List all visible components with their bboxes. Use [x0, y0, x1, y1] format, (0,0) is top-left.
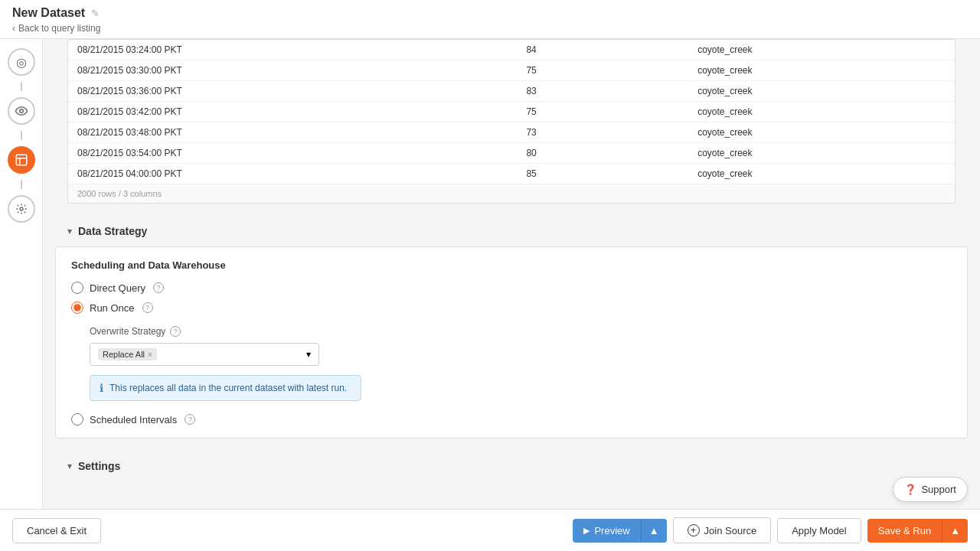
run-once-option: Run Once ?	[71, 302, 952, 314]
table-cell-col4: coyote_creek	[688, 81, 955, 102]
support-button[interactable]: ❓ Support	[893, 477, 968, 502]
apply-model-button[interactable]: Apply Model	[777, 518, 861, 543]
table-cell-col2: 85	[517, 164, 621, 184]
settings-header[interactable]: ▾ Settings	[55, 451, 968, 481]
svg-rect-1	[16, 155, 27, 165]
table-cell-col2: 80	[517, 143, 621, 164]
table-row: 08/21/2015 04:00:00 PKT85coyote_creek	[68, 164, 955, 184]
scheduling-options: Direct Query ? Run Once ?	[71, 282, 952, 314]
main-layout: ◎ 08/21/2015 03:24:00 PKT84coyote_creek0…	[0, 39, 980, 509]
table-cell-col2: 83	[517, 81, 621, 102]
select-chevron-icon: ▾	[306, 349, 311, 360]
table-row: 08/21/2015 03:30:00 PKT75coyote_creek	[68, 60, 955, 81]
table-container: 08/21/2015 03:24:00 PKT84coyote_creek08/…	[55, 39, 968, 204]
back-link[interactable]: ‹ Back to query listing	[12, 23, 968, 34]
table-cell-col1: 08/21/2015 04:00:00 PKT	[68, 164, 517, 184]
preview-chevron-up-icon: ▲	[649, 525, 659, 536]
save-run-dropdown-button[interactable]: ▲	[942, 519, 968, 543]
save-run-button[interactable]: Save & Run	[867, 519, 942, 543]
support-icon: ❓	[904, 484, 916, 495]
scheduled-intervals-label: Scheduled Intervals	[90, 414, 177, 425]
table-cell-col1: 08/21/2015 03:42:00 PKT	[68, 102, 517, 122]
scheduled-intervals-help-icon[interactable]: ?	[185, 414, 195, 425]
table-row: 08/21/2015 03:36:00 PKT83coyote_creek	[68, 81, 955, 102]
table-cell-col2: 73	[517, 122, 621, 143]
sidebar-icon-2[interactable]	[8, 97, 35, 125]
data-table: 08/21/2015 03:24:00 PKT84coyote_creek08/…	[68, 40, 955, 184]
sidebar-connector-3	[21, 180, 22, 189]
save-run-chevron-up-icon: ▲	[950, 525, 960, 536]
sidebar: ◎	[0, 39, 43, 509]
table-cell-col3	[622, 81, 689, 102]
join-source-button[interactable]: + Join Source	[673, 517, 772, 543]
data-strategy-card: Scheduling and Data Warehouse Direct Que…	[55, 246, 968, 439]
table-cell-col1: 08/21/2015 03:48:00 PKT	[68, 122, 517, 143]
table-cell-col2: 84	[517, 40, 621, 60]
table-cell-col1: 08/21/2015 03:30:00 PKT	[68, 60, 517, 81]
direct-query-help-icon[interactable]: ?	[153, 282, 164, 293]
save-run-button-group: Save & Run ▲	[867, 519, 968, 543]
header: New Dataset ✎ ‹ Back to query listing	[0, 0, 980, 39]
table-cell-col3	[622, 60, 689, 81]
run-once-help-icon[interactable]: ?	[142, 302, 153, 313]
table-cell-col1: 08/21/2015 03:24:00 PKT	[68, 40, 517, 60]
table-row: 08/21/2015 03:42:00 PKT75coyote_creek	[68, 102, 955, 122]
direct-query-radio[interactable]	[71, 282, 83, 294]
data-strategy-title: Data Strategy	[78, 225, 147, 237]
settings-chevron-icon: ▾	[67, 461, 72, 471]
table-cell-col4: coyote_creek	[688, 164, 955, 184]
direct-query-option: Direct Query ?	[71, 282, 952, 294]
edit-icon[interactable]: ✎	[91, 8, 100, 19]
scheduling-title: Scheduling and Data Warehouse	[71, 259, 952, 271]
table-footer: 2000 rows / 3 columns	[68, 184, 955, 203]
preview-button[interactable]: ▶ Preview	[573, 519, 640, 543]
play-icon: ▶	[583, 526, 590, 536]
direct-query-label: Direct Query	[90, 282, 145, 294]
overwrite-help-icon[interactable]: ?	[170, 326, 181, 337]
table-cell-col3	[622, 143, 689, 164]
table-row: 08/21/2015 03:48:00 PKT73coyote_creek	[68, 122, 955, 143]
bottom-bar: Cancel & Exit ▶ Preview ▲ + Join Source …	[0, 509, 980, 551]
preview-button-group: ▶ Preview ▲	[573, 519, 666, 543]
scheduled-intervals-option: Scheduled Intervals ?	[71, 413, 952, 425]
table-cell-col2: 75	[517, 60, 621, 81]
sidebar-icon-1[interactable]: ◎	[8, 48, 35, 76]
info-icon: ℹ	[100, 382, 103, 394]
table-cell-col3	[622, 102, 689, 122]
table-cell-col3	[622, 40, 689, 60]
tag-close-icon[interactable]: ×	[148, 350, 152, 359]
table-cell-col4: coyote_creek	[688, 102, 955, 122]
sidebar-icon-3[interactable]	[8, 146, 35, 174]
svg-point-0	[19, 109, 23, 113]
scheduled-intervals-radio[interactable]	[71, 413, 83, 425]
chevron-down-icon: ▾	[67, 226, 72, 236]
content-area: 08/21/2015 03:24:00 PKT84coyote_creek08/…	[43, 39, 980, 509]
sidebar-icon-4[interactable]	[8, 195, 35, 223]
data-strategy-header[interactable]: ▾ Data Strategy	[55, 216, 968, 246]
preview-dropdown-button[interactable]: ▲	[641, 519, 667, 543]
table-row: 08/21/2015 03:54:00 PKT80coyote_creek	[68, 143, 955, 164]
cancel-exit-button[interactable]: Cancel & Exit	[12, 518, 101, 543]
table-cell-col4: coyote_creek	[688, 122, 955, 143]
right-buttons: ▶ Preview ▲ + Join Source Apply Model Sa…	[573, 517, 968, 543]
table-cell-col2: 75	[517, 102, 621, 122]
table-cell-col3	[622, 122, 689, 143]
back-arrow-icon: ‹	[12, 23, 15, 34]
settings-title: Settings	[78, 460, 120, 472]
table-cell-col3	[622, 164, 689, 184]
plus-circle-icon: +	[688, 524, 700, 536]
table-cell-col4: coyote_creek	[688, 60, 955, 81]
overwrite-strategy-select[interactable]: Replace All × ▾	[90, 343, 319, 366]
table-cell-col1: 08/21/2015 03:36:00 PKT	[68, 81, 517, 102]
run-once-label: Run Once	[90, 302, 135, 314]
overwrite-strategy-tag: Replace All ×	[98, 348, 157, 360]
run-once-radio[interactable]	[71, 302, 83, 314]
table-cell-col4: coyote_creek	[688, 143, 955, 164]
table-cell-col1: 08/21/2015 03:54:00 PKT	[68, 143, 517, 164]
sidebar-connector-2	[21, 131, 22, 140]
page-title: New Dataset	[12, 6, 85, 20]
data-table-section: 08/21/2015 03:24:00 PKT84coyote_creek08/…	[67, 39, 956, 204]
overwrite-strategy-label: Overwrite Strategy ?	[90, 326, 952, 337]
svg-point-4	[20, 207, 23, 210]
table-cell-col4: coyote_creek	[688, 40, 955, 60]
